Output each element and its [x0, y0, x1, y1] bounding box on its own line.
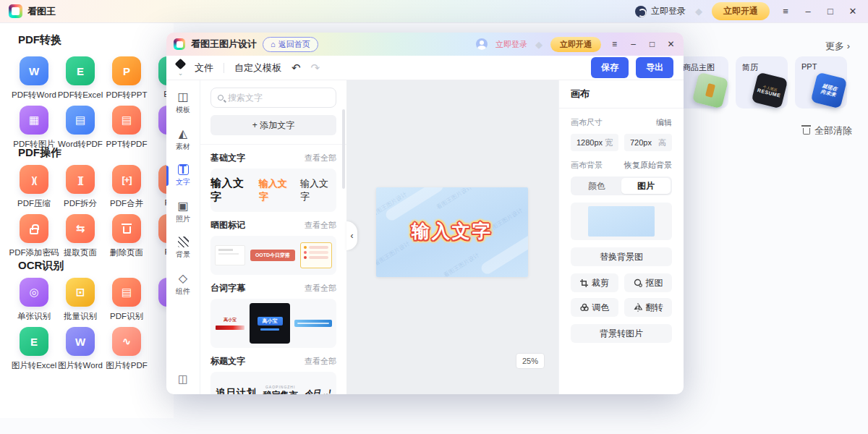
zoom-level[interactable]: 25%: [516, 353, 545, 369]
banner-thumb[interactable]: OOTD今日穿搭: [250, 250, 295, 261]
view-all-link[interactable]: 查看全部: [305, 356, 336, 367]
canvas-text-element[interactable]: 输入文字: [376, 219, 528, 243]
tool-ocr-single[interactable]: ◎单张识别: [11, 278, 57, 322]
replace-background-button[interactable]: 替换背景图: [571, 247, 672, 266]
panel-toggle-icon[interactable]: ◫: [178, 373, 188, 386]
tab-color[interactable]: 颜色: [572, 178, 621, 194]
tool-pdf-to-excel[interactable]: EPDF转Excel: [57, 56, 103, 101]
clear-all-button[interactable]: 全部清除: [803, 124, 852, 137]
tool-delete-pages[interactable]: 删除页面: [103, 214, 150, 258]
menu-file[interactable]: 文件: [195, 61, 213, 75]
save-button[interactable]: 保存: [591, 57, 629, 78]
captions-card[interactable]: 高小宝 高小宝: [210, 299, 336, 348]
cutout-button[interactable]: 抠图: [624, 273, 672, 292]
login-entry[interactable]: 立即登录: [635, 5, 686, 17]
minimize-button[interactable]: –: [801, 6, 814, 17]
basic-text-card[interactable]: 输入文字 输入文字 输入文字: [210, 169, 336, 212]
dialog-menu-icon[interactable]: ≡: [609, 39, 620, 49]
rail-background[interactable]: 背景: [166, 235, 200, 261]
card-resume[interactable]: 简历 个人简历 RESUME: [736, 56, 788, 109]
view-all-link[interactable]: 查看全部: [305, 220, 336, 231]
tool-ppt-to-pdf[interactable]: ▤PPT转PDF: [103, 106, 150, 150]
view-all-link[interactable]: 查看全部: [305, 283, 336, 294]
tool-image-to-pdf[interactable]: ∿图片转PDF: [103, 327, 150, 371]
more-link[interactable]: 更多 ›: [825, 40, 850, 53]
wave-icon: ∿: [112, 327, 141, 356]
tool-image-to-excel[interactable]: E图片转Excel: [11, 327, 57, 371]
crop-button[interactable]: 裁剪: [571, 273, 618, 292]
width-field[interactable]: 1280px宽: [571, 134, 618, 151]
dialog-upgrade-button[interactable]: 立即开通: [550, 37, 601, 52]
avatar-icon[interactable]: [476, 38, 488, 50]
dialog-maximize-button[interactable]: □: [647, 39, 658, 49]
dialog-titlebar: 看图王图片设计 ⌂ 返回首页 立即登录 ◆ 立即开通 ≡ – □ ✕: [166, 33, 684, 56]
tool-ocr-batch[interactable]: ⊡批量识别: [57, 278, 103, 322]
login-label: 立即登录: [651, 5, 686, 17]
canvas-artboard[interactable]: 看图王图片设计 看图王图片设计 看图王图片设计 看图王图片设计 看图王图片设计 …: [376, 187, 528, 277]
main-titlebar: 看图王 立即登录 ◆ 立即开通 ≡ – □ ✕: [0, 0, 868, 23]
maximize-button[interactable]: □: [824, 6, 837, 17]
dialog-minimize-button[interactable]: –: [628, 39, 639, 49]
tab-image[interactable]: 图片: [621, 178, 671, 194]
asset-rail: ◫模板 ◭素材 T文字 ▣照片 背景 ◇组件 ◫: [166, 80, 200, 394]
caption-thumb-red[interactable]: 高小宝: [215, 317, 245, 330]
undo-icon[interactable]: ↶: [292, 61, 301, 75]
redo-icon[interactable]: ↷: [311, 61, 320, 75]
back-home-button[interactable]: ⌂ 返回首页: [263, 37, 318, 52]
tool-pdf-to-image[interactable]: ▦PDF转图片: [11, 106, 57, 150]
photo-marks-card[interactable]: OOTD今日穿搭: [210, 236, 336, 275]
tool-extract-pages[interactable]: ⇆提取页面: [57, 214, 103, 258]
panel-scrollbar[interactable]: [342, 109, 345, 189]
card-ppt[interactable]: PPT 就现在 向未来: [795, 56, 847, 109]
card-product-image[interactable]: 商品主图: [676, 56, 728, 109]
tool-word-to-pdf[interactable]: ▤Word转PDF: [57, 106, 103, 150]
section-pdf-convert: PDF转换: [18, 33, 61, 47]
word-icon: W: [20, 56, 48, 85]
edit-size-link[interactable]: 编辑: [656, 117, 672, 128]
export-button[interactable]: 导出: [636, 57, 673, 78]
collapse-panel-tab[interactable]: ‹: [346, 221, 357, 250]
note-thumb[interactable]: [215, 245, 245, 265]
dialog-toolbar: ⌄ 文件 自定义模板 ↶ ↷ 保存 导出: [166, 56, 684, 80]
component-icon: ◇: [179, 272, 187, 284]
menu-icon[interactable]: ≡: [779, 6, 792, 17]
tool-pdf-password[interactable]: PDF添加密码: [11, 214, 57, 258]
height-field[interactable]: 720px高: [624, 134, 672, 151]
background-to-image-button[interactable]: 背景转图片: [571, 324, 672, 343]
rail-assets[interactable]: ◭素材: [166, 126, 200, 153]
dialog-close-button[interactable]: ✕: [665, 39, 676, 49]
editor-logo-icon[interactable]: ⌄: [176, 60, 184, 76]
rail-photo[interactable]: ▣照片: [166, 198, 200, 226]
close-button[interactable]: ✕: [846, 6, 859, 17]
flip-button[interactable]: 翻转: [624, 298, 672, 317]
add-text-button[interactable]: + 添加文字: [210, 115, 336, 135]
rail-template[interactable]: ◫模板: [166, 89, 200, 116]
tool-pdf-compress[interactable]: )(PDF压缩: [11, 165, 57, 209]
tool-pdf-to-word[interactable]: WPDF转Word: [11, 56, 57, 101]
title-text-card[interactable]: 追日计划 GAOPINGZHI稳定集市 今日…!: [210, 372, 336, 394]
tool-ocr-pdf[interactable]: ▤PDF识别: [103, 278, 150, 322]
adjust-color-button[interactable]: 调色: [571, 298, 618, 317]
restore-background-link[interactable]: 恢复原始背景: [624, 160, 672, 171]
search-icon: [218, 95, 224, 101]
list-note-thumb[interactable]: [300, 242, 332, 268]
tool-pdf-to-ppt[interactable]: PPDF转PPT: [103, 56, 150, 101]
section-basic-text: 基础文字: [210, 152, 245, 164]
tool-pdf-merge[interactable]: [+]PDF合并: [103, 165, 150, 209]
vip-diamond-icon[interactable]: ◆: [695, 6, 702, 17]
tool-pdf-split[interactable]: ][PDF拆分: [57, 165, 103, 209]
search-input[interactable]: [228, 93, 340, 103]
caption-thumb-blue[interactable]: [294, 320, 332, 327]
tool-image-to-word[interactable]: W图片转Word: [57, 327, 103, 371]
menu-custom-template[interactable]: 自定义模板: [234, 61, 281, 75]
vip-diamond-icon[interactable]: ◆: [535, 39, 542, 50]
caption-thumb-dark[interactable]: 高小宝: [250, 303, 290, 344]
upgrade-button[interactable]: 立即开通: [712, 2, 770, 20]
excel-icon: E: [20, 327, 48, 356]
rail-text[interactable]: T文字: [166, 163, 200, 189]
background-preview[interactable]: [571, 203, 672, 240]
rail-component[interactable]: ◇组件: [166, 271, 200, 298]
dialog-login-link[interactable]: 立即登录: [495, 39, 527, 50]
view-all-link[interactable]: 查看全部: [305, 153, 336, 163]
search-box[interactable]: [210, 88, 336, 108]
